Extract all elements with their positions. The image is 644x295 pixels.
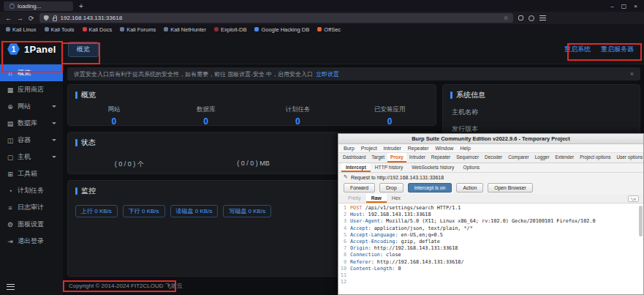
bookmark-star-icon[interactable]: ☆ [503, 15, 508, 21]
sidebar-item-toolbox[interactable]: ⊞工具箱 [0, 165, 63, 182]
sidebar-item-logout[interactable]: ⇥退出登录 [0, 233, 63, 250]
info-row-hostname: 主机名称 [443, 100, 640, 117]
sidebar-item-database[interactable]: ▤数据库 [0, 115, 63, 132]
code-line: 2Host: 192.168.143.131:33618 [338, 212, 643, 218]
drop-button[interactable]: Drop [379, 183, 404, 193]
subtab-options[interactable]: Options [458, 163, 484, 172]
tab-extender[interactable]: Extender [553, 153, 577, 163]
tab-proxy[interactable]: Proxy [387, 153, 406, 163]
overview-header-tab[interactable]: 概览 [68, 42, 99, 57]
view-tab-hex[interactable]: Hex [387, 194, 406, 203]
bookmark-favicon [254, 27, 259, 31]
overview-stats: 网站0 数据库0 计划任务0 已安装应用0 [68, 105, 436, 127]
bookmark-favicon [164, 27, 168, 31]
reload-icon[interactable]: ⟳ [29, 15, 34, 22]
bookmark-kali-forums[interactable]: Kali Forums [120, 26, 156, 33]
forward-icon[interactable]: → [17, 15, 23, 22]
maximize-icon[interactable]: ▢ [621, 3, 627, 10]
chevron-down-icon [52, 122, 56, 124]
editor-scrollbar[interactable] [639, 206, 643, 236]
restart-server-button[interactable]: 重启服务器 [601, 45, 634, 54]
tab-target[interactable]: Target [368, 153, 387, 163]
legend-upload-button[interactable]: 上行 0 KB/s [75, 205, 118, 217]
shield-icon[interactable] [44, 15, 49, 21]
bookmark-kali-nethunter[interactable]: Kali NetHunter [164, 26, 206, 33]
account-icon[interactable] [529, 15, 534, 21]
bookmark-offsec[interactable]: OffSec [317, 26, 341, 33]
stat-cron-jobs[interactable]: 计划任务0 [252, 105, 344, 127]
http-method: POST [350, 205, 362, 212]
menu-repeater[interactable]: Repeater [408, 146, 429, 151]
menu-help[interactable]: Help [460, 146, 470, 151]
extensions-icon[interactable] [518, 15, 523, 20]
subtab-intercept[interactable]: Intercept [341, 163, 371, 172]
subtab-http-history[interactable]: HTTP history [371, 163, 407, 172]
sidebar-item-panel-settings[interactable]: ⚙面板设置 [0, 216, 63, 233]
stat-installed-apps[interactable]: 已安装应用0 [344, 105, 436, 127]
bookmark-kali-linux[interactable]: Kali Linux [6, 26, 37, 33]
bookmark-label: Kali Tools [51, 26, 75, 33]
view-tab-raw[interactable]: Raw [366, 194, 387, 203]
minimize-icon[interactable]: – [610, 3, 613, 10]
menu-project[interactable]: Project [361, 146, 377, 151]
url-bar[interactable]: 192.168.143.131:33618 ☆ [39, 13, 513, 23]
bookmark-kali-tools[interactable]: Kali Tools [45, 26, 75, 33]
code-line: 9Referer: http://192.168.143.131:33618/ [338, 259, 643, 266]
bookmark-label: Google Hacking DB [261, 26, 309, 33]
legend-disk-write-button[interactable]: 写磁盘 0 KB/s [223, 205, 271, 217]
tab-decoder[interactable]: Decoder [482, 153, 505, 163]
tab-project-options[interactable]: Project options [577, 153, 613, 163]
browser-tab[interactable]: loading... [4, 1, 73, 11]
bookmark-exploit-db[interactable]: Exploit-DB [214, 26, 246, 33]
burp-view-tabs: Pretty Raw Hex \n [338, 194, 643, 203]
tab-sequencer[interactable]: Sequencer [453, 153, 482, 163]
tab-intruder[interactable]: Intruder [406, 153, 428, 163]
status-item: ( 0 / 0 ) 个 [115, 160, 144, 169]
lock-icon[interactable] [53, 18, 57, 21]
bookmark-kali-docs[interactable]: Kali Docs [83, 26, 113, 33]
sidebar-item-website[interactable]: ⊕网站 [0, 98, 63, 115]
bookmark-favicon [120, 27, 124, 31]
menu-intruder[interactable]: Intruder [384, 146, 401, 151]
back-icon[interactable]: ← [5, 15, 12, 22]
menu-burp[interactable]: Burp [344, 146, 355, 151]
tab-dashboard[interactable]: Dashboard [340, 153, 368, 163]
window-controls: – ▢ × [610, 3, 644, 10]
browser-menu-icon[interactable] [539, 15, 546, 20]
stat-websites[interactable]: 网站0 [68, 105, 160, 127]
sidebar-collapse-icon[interactable] [7, 284, 15, 290]
close-icon[interactable]: × [634, 3, 637, 10]
code-line: 7Origin: http://192.168.143.131:33618 [338, 245, 643, 252]
show-newlines-toggle[interactable]: \n [628, 195, 639, 202]
forward-button[interactable]: Forward [344, 183, 375, 193]
subtab-websockets-history[interactable]: WebSockets history [407, 163, 458, 172]
burp-title-bar[interactable]: Burp Suite Community Edition v2022.9.6 -… [338, 134, 643, 144]
bookmark-google-hacking-db[interactable]: Google Hacking DB [254, 26, 309, 33]
new-tab-button[interactable]: + [79, 2, 83, 10]
sidebar-item-host[interactable]: ▢主机 [0, 149, 63, 165]
sidebar-item-overview[interactable]: ⌂概览 [0, 64, 63, 81]
sidebar-item-container[interactable]: ◫容器 [0, 132, 63, 149]
sidebar-item-cron[interactable]: ◔计划任务 [0, 182, 63, 199]
view-tab-pretty[interactable]: Pretty [343, 194, 366, 203]
restart-system-button[interactable]: 重启系统 [564, 45, 591, 54]
sidebar-item-log-audit[interactable]: ≡日志审计 [0, 199, 63, 216]
tab-repeater[interactable]: Repeater [428, 153, 453, 163]
menu-window[interactable]: Window [436, 146, 454, 151]
intercept-toggle-button[interactable]: Intercept is on [408, 183, 452, 193]
tab-logger[interactable]: Logger [532, 153, 553, 163]
legend-download-button[interactable]: 下行 0 KB/s [123, 205, 165, 217]
legend-disk-read-button[interactable]: 读磁盘 0 KB/s [170, 205, 219, 217]
notice-setup-link[interactable]: 立即设置 [316, 70, 339, 78]
tab-comparer[interactable]: Comparer [505, 153, 531, 163]
url-text[interactable]: 192.168.143.131:33618 [61, 15, 500, 21]
tab-user-options[interactable]: User options [613, 153, 644, 163]
sidebar-item-app-store[interactable]: ▦应用商店 [0, 81, 63, 98]
action-button[interactable]: Action [456, 183, 483, 193]
title-accent-bar [450, 92, 452, 99]
request-editor[interactable]: 1POST /api/v1/settings/search HTTP/1.1 2… [338, 203, 643, 294]
open-browser-button[interactable]: Open Browser [488, 183, 532, 193]
notice-close-icon[interactable]: × [630, 70, 634, 78]
stat-databases[interactable]: 数据库0 [160, 105, 252, 127]
header-name: Connection: [350, 252, 383, 258]
